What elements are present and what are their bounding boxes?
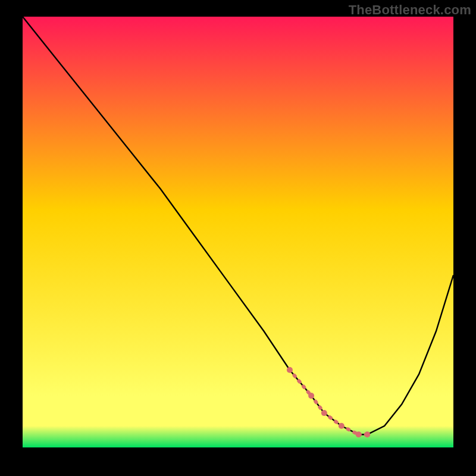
chart-frame: TheBottleneck.com	[0, 0, 476, 476]
svg-point-10	[364, 431, 370, 437]
gradient-background	[23, 17, 453, 447]
chart-svg	[23, 17, 453, 447]
watermark-label: TheBottleneck.com	[349, 2, 471, 18]
chart-plot-area	[23, 17, 453, 447]
